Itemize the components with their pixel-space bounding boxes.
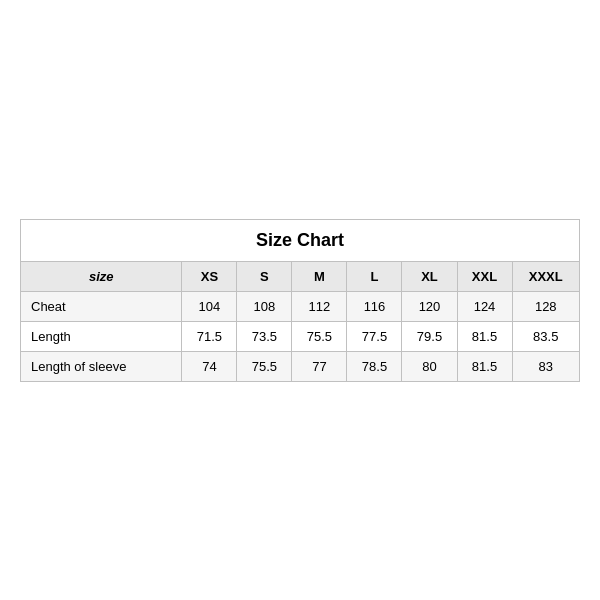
title-row: Size Chart bbox=[21, 219, 580, 261]
col-header-xxl: XXL bbox=[457, 261, 512, 291]
table-row: Length71.573.575.577.579.581.583.5 bbox=[21, 321, 580, 351]
col-header-l: L bbox=[347, 261, 402, 291]
cell-value: 81.5 bbox=[457, 321, 512, 351]
header-row: size XS S M L XL XXL XXXL bbox=[21, 261, 580, 291]
table-row: Length of sleeve7475.57778.58081.583 bbox=[21, 351, 580, 381]
row-label: Cheat bbox=[21, 291, 182, 321]
cell-value: 75.5 bbox=[292, 321, 347, 351]
col-header-xxxl: XXXL bbox=[512, 261, 579, 291]
chart-title: Size Chart bbox=[21, 219, 580, 261]
cell-value: 80 bbox=[402, 351, 457, 381]
cell-value: 74 bbox=[182, 351, 237, 381]
col-header-m: M bbox=[292, 261, 347, 291]
cell-value: 124 bbox=[457, 291, 512, 321]
cell-value: 116 bbox=[347, 291, 402, 321]
cell-value: 128 bbox=[512, 291, 579, 321]
cell-value: 112 bbox=[292, 291, 347, 321]
col-header-size: size bbox=[21, 261, 182, 291]
cell-value: 71.5 bbox=[182, 321, 237, 351]
size-chart-container: Size Chart size XS S M L XL XXL XXXL Che… bbox=[20, 219, 580, 382]
cell-value: 108 bbox=[237, 291, 292, 321]
col-header-s: S bbox=[237, 261, 292, 291]
col-header-xs: XS bbox=[182, 261, 237, 291]
cell-value: 77.5 bbox=[347, 321, 402, 351]
table-row: Cheat104108112116120124128 bbox=[21, 291, 580, 321]
col-header-xl: XL bbox=[402, 261, 457, 291]
row-label: Length bbox=[21, 321, 182, 351]
cell-value: 83.5 bbox=[512, 321, 579, 351]
cell-value: 77 bbox=[292, 351, 347, 381]
cell-value: 120 bbox=[402, 291, 457, 321]
cell-value: 78.5 bbox=[347, 351, 402, 381]
cell-value: 75.5 bbox=[237, 351, 292, 381]
cell-value: 83 bbox=[512, 351, 579, 381]
cell-value: 79.5 bbox=[402, 321, 457, 351]
cell-value: 73.5 bbox=[237, 321, 292, 351]
cell-value: 104 bbox=[182, 291, 237, 321]
row-label: Length of sleeve bbox=[21, 351, 182, 381]
size-chart-table: Size Chart size XS S M L XL XXL XXXL Che… bbox=[20, 219, 580, 382]
cell-value: 81.5 bbox=[457, 351, 512, 381]
